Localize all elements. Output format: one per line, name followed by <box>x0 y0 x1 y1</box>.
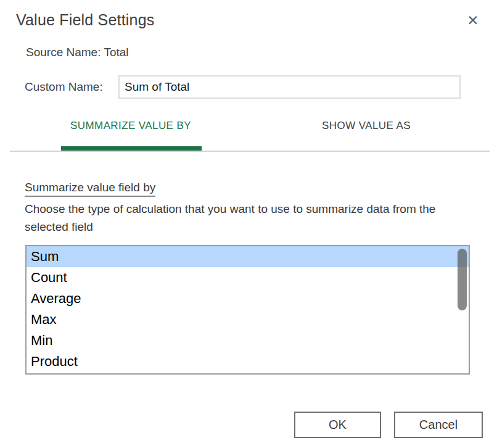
list-item[interactable]: Average <box>27 288 469 309</box>
custom-name-input[interactable] <box>118 75 461 99</box>
tabs-divider <box>10 151 490 152</box>
list-item[interactable]: Product <box>27 351 469 372</box>
source-name-value: Total <box>104 46 128 59</box>
section-description: Choose the type of calculation that you … <box>25 200 456 236</box>
custom-name-label: Custom Name: <box>25 80 103 94</box>
tab-show-value-as[interactable]: SHOW VALUE AS <box>292 120 440 132</box>
cancel-button[interactable]: Cancel <box>394 412 483 438</box>
section-heading: Summarize value field by <box>25 181 155 197</box>
tab-summarize-value-by[interactable]: SUMMARIZE VALUE BY <box>55 120 206 132</box>
source-name-label: Source Name: <box>26 46 101 59</box>
summarize-function-listbox[interactable]: Sum Count Average Max Min Product <box>25 245 470 375</box>
source-name-row: Source Name:Total <box>26 46 129 59</box>
list-item[interactable]: Sum <box>27 246 469 267</box>
value-field-settings-dialog: Value Field Settings ✕ Source Name:Total… <box>0 0 497 448</box>
list-item[interactable]: Min <box>27 330 469 351</box>
list-item[interactable]: Max <box>27 309 469 330</box>
ok-button[interactable]: OK <box>294 412 381 438</box>
close-button[interactable]: ✕ <box>462 10 483 31</box>
close-icon: ✕ <box>467 14 479 28</box>
listbox-scrollbar-thumb[interactable] <box>458 249 467 310</box>
list-item[interactable]: Count <box>27 267 469 288</box>
page-title: Value Field Settings <box>16 11 155 29</box>
